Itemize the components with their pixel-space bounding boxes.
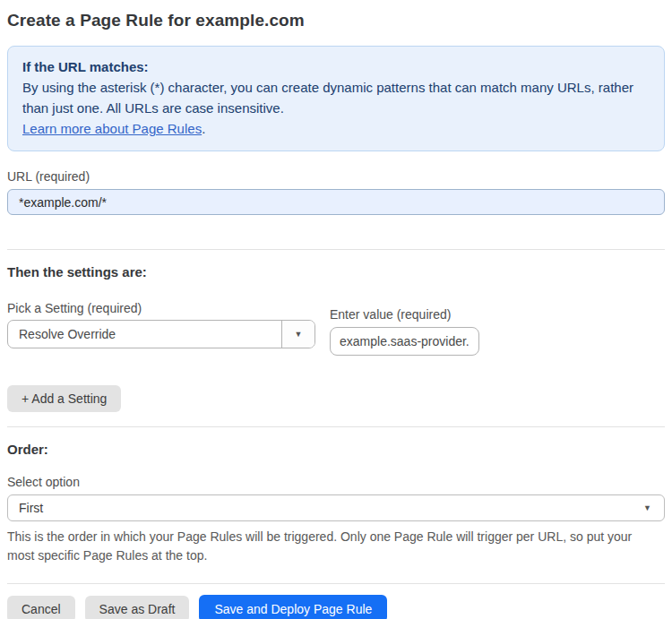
order-select-value: First [19, 501, 43, 515]
url-label: URL (required) [7, 169, 665, 184]
save-deploy-button[interactable]: Save and Deploy Page Rule [199, 595, 387, 619]
pick-setting-dropdown-value: Resolve Override [8, 321, 281, 348]
cancel-button[interactable]: Cancel [7, 596, 75, 619]
order-help-text: This is the order in which your Page Rul… [7, 528, 652, 565]
pick-setting-label: Pick a Setting (required) [7, 301, 315, 315]
create-page-rule-form: Create a Page Rule for example.com If th… [0, 0, 672, 619]
order-select-label: Select option [7, 475, 665, 489]
info-box-link-line: Learn more about Page Rules. [22, 118, 650, 139]
chevron-down-icon[interactable]: ▼ [281, 321, 314, 348]
pick-setting-dropdown[interactable]: Resolve Override ▼ [7, 320, 315, 348]
url-match-info-box: If the URL matches: By using the asteris… [7, 46, 665, 151]
order-heading: Order: [7, 442, 665, 457]
pick-setting-column: Pick a Setting (required) Resolve Overri… [7, 301, 315, 348]
divider [7, 583, 665, 584]
divider [7, 249, 665, 250]
chevron-down-icon: ▼ [643, 503, 651, 512]
enter-value-label: Enter value (required) [330, 307, 479, 322]
order-select[interactable]: First ▼ [7, 494, 665, 521]
settings-heading: Then the settings are: [7, 264, 665, 279]
setting-value-input[interactable] [330, 327, 479, 356]
page-title: Create a Page Rule for example.com [7, 11, 665, 30]
add-setting-button[interactable]: + Add a Setting [7, 385, 121, 412]
learn-more-link[interactable]: Learn more about Page Rules [22, 121, 202, 136]
enter-value-column: Enter value (required) [330, 307, 479, 356]
divider [7, 426, 665, 427]
info-box-body: By using the asterisk (*) character, you… [22, 77, 650, 118]
link-period: . [202, 121, 205, 136]
save-draft-button[interactable]: Save as Draft [85, 596, 190, 619]
info-box-heading: If the URL matches: [22, 56, 650, 77]
url-input[interactable] [7, 189, 665, 215]
form-actions: Cancel Save as Draft Save and Deploy Pag… [7, 595, 665, 619]
setting-row: Pick a Setting (required) Resolve Overri… [7, 301, 665, 356]
